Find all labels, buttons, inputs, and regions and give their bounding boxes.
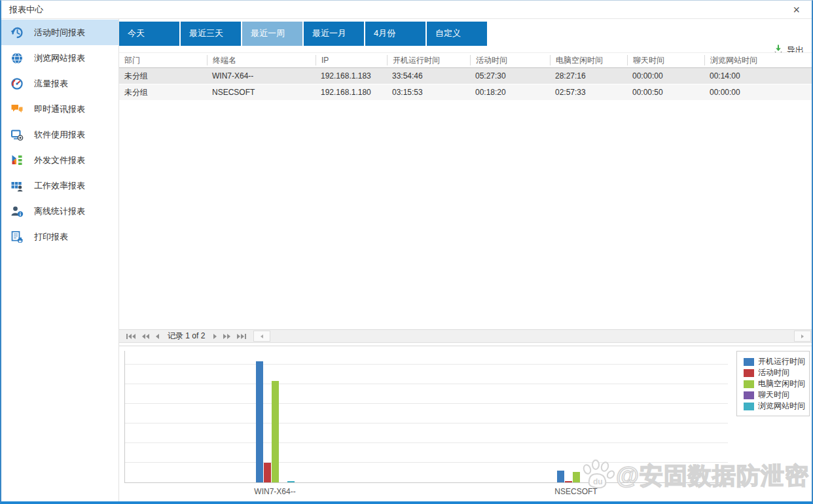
gridline <box>125 384 728 384</box>
tab-3[interactable]: 最近一周 <box>242 22 302 46</box>
software-usage-icon <box>10 128 24 141</box>
tab-2[interactable]: 最近三天 <box>181 22 241 46</box>
bar-group-NSECSOFT <box>557 351 596 482</box>
chart-legend: 开机运行时间活动时间电脑空闲时间聊天时间浏览网站时间 <box>736 351 810 416</box>
table-row[interactable]: 未分组NSECSOFT192.168.1.18003:15:5300:18:20… <box>119 84 812 101</box>
sidebar-item-label: 流量报表 <box>34 78 68 90</box>
table-cell: 192.168.1.183 <box>316 71 387 81</box>
legend-swatch <box>744 380 754 388</box>
gridline <box>125 364 728 365</box>
sidebar-item-5[interactable]: 软件使用报表 <box>1 122 118 147</box>
legend-label: 聊天时间 <box>758 389 789 401</box>
column-header[interactable]: 浏览网站时间 <box>704 55 812 65</box>
record-count-label: 记录 1 of 2 <box>162 331 210 342</box>
bar-开机运行时间 <box>557 471 564 482</box>
sidebar-item-label: 活动时间报表 <box>34 27 85 39</box>
sidebar-item-label: 打印报表 <box>34 231 68 243</box>
x-axis-label: NSECSOFT <box>524 487 628 496</box>
table-cell: 00:00:00 <box>627 71 704 81</box>
tab-4[interactable]: 最近一月 <box>304 22 364 46</box>
table-cell: NSECSOFT <box>207 88 316 97</box>
sidebar-item-label: 浏览网站报表 <box>34 52 85 64</box>
tab-5[interactable]: 4月份 <box>365 22 425 46</box>
sidebar-item-9[interactable]: 打印报表 <box>1 224 118 249</box>
tab-1[interactable]: 今天 <box>119 22 179 46</box>
sidebar-item-6[interactable]: 外发文件报表 <box>1 147 118 173</box>
table-cell: 00:18:20 <box>470 88 550 97</box>
table-cell: 00:00:00 <box>704 88 812 97</box>
table-row[interactable]: 未分组WIN7-X64--192.168.1.18333:54:4605:27:… <box>119 68 812 84</box>
sidebar-item-8[interactable]: 离线统计报表 <box>1 198 118 224</box>
gridline <box>125 423 728 423</box>
gridline <box>125 403 728 404</box>
bar-group-WIN7-X64-- <box>256 351 295 482</box>
sidebar-item-label: 外发文件报表 <box>34 154 85 166</box>
outgoing-file-icon <box>10 154 24 167</box>
date-range-tabs: 今天最近三天最近一周最近一月4月份自定义 <box>119 22 487 46</box>
bar-活动时间 <box>264 463 271 482</box>
legend-item: 聊天时间 <box>744 389 809 401</box>
table-cell: 未分组 <box>119 87 207 98</box>
table-cell: 未分组 <box>119 71 207 82</box>
column-header[interactable]: 开机运行时间 <box>387 55 470 65</box>
prev-page-button[interactable] <box>153 334 162 339</box>
tab-6[interactable]: 自定义 <box>427 22 487 46</box>
history-icon <box>10 26 24 39</box>
sidebar: 活动时间报表浏览网站报表流量报表即时通讯报表软件使用报表外发文件报表工作效率报表… <box>1 19 119 501</box>
legend-label: 电脑空闲时间 <box>758 378 805 389</box>
legend-item: 电脑空闲时间 <box>744 378 809 389</box>
next-page-button[interactable] <box>210 334 220 339</box>
bar-电脑空闲时间 <box>573 472 580 482</box>
column-header[interactable]: IP <box>316 55 387 65</box>
horizontal-scrollbar[interactable] <box>253 331 811 342</box>
legend-item: 浏览网站时间 <box>744 401 809 412</box>
table-header: 部门终端名IP开机运行时间活动时间电脑空闲时间聊天时间浏览网站时间 <box>119 52 812 68</box>
table-cell: 33:54:46 <box>387 71 470 81</box>
window-title: 报表中心 <box>9 4 43 16</box>
first-page-button[interactable] <box>123 334 139 339</box>
x-axis-label: WIN7-X64-- <box>223 487 327 496</box>
table-cell: 192.168.1.180 <box>316 88 387 97</box>
globe-icon <box>10 52 24 65</box>
bar-电脑空闲时间 <box>272 381 279 482</box>
sidebar-item-label: 即时通讯报表 <box>34 103 85 115</box>
legend-label: 活动时间 <box>758 367 789 378</box>
column-header[interactable]: 电脑空闲时间 <box>550 55 627 65</box>
sidebar-item-4[interactable]: 即时通讯报表 <box>1 96 118 122</box>
table-cell: 02:57:33 <box>550 88 627 97</box>
close-icon[interactable]: × <box>789 4 804 16</box>
sidebar-item-label: 离线统计报表 <box>34 206 85 217</box>
last-page-button[interactable] <box>234 334 249 339</box>
legend-swatch <box>744 403 754 410</box>
legend-label: 浏览网站时间 <box>758 401 805 412</box>
bar-chart-plot <box>124 351 728 483</box>
column-header[interactable]: 部门 <box>119 55 207 65</box>
window-content: 活动时间报表浏览网站报表流量报表即时通讯报表软件使用报表外发文件报表工作效率报表… <box>1 19 812 501</box>
scroll-right-icon[interactable] <box>794 331 811 342</box>
column-header[interactable]: 终端名 <box>207 55 316 65</box>
gridline <box>125 462 728 463</box>
gridline <box>125 442 728 443</box>
fast-prev-button[interactable] <box>139 334 153 339</box>
sidebar-item-1[interactable]: 活动时间报表 <box>1 20 118 45</box>
bar-活动时间 <box>565 481 572 482</box>
table-cell: 00:14:00 <box>704 71 812 81</box>
legend-swatch <box>744 369 754 377</box>
titlebar: 报表中心 × <box>1 1 812 19</box>
table-cell: 28:27:16 <box>550 71 627 81</box>
legend-label: 开机运行时间 <box>758 356 805 367</box>
gauge-icon <box>10 77 24 90</box>
legend-swatch <box>744 358 754 366</box>
chart-panel: WIN7-X64--NSECSOFT 开机运行时间活动时间电脑空闲时间聊天时间浏… <box>119 346 812 501</box>
efficiency-icon <box>10 179 24 192</box>
sidebar-item-2[interactable]: 浏览网站报表 <box>1 45 118 71</box>
report-table: 部门终端名IP开机运行时间活动时间电脑空闲时间聊天时间浏览网站时间 未分组WIN… <box>119 52 812 101</box>
scroll-left-icon[interactable] <box>253 331 270 342</box>
column-header[interactable]: 活动时间 <box>470 55 550 65</box>
sidebar-item-3[interactable]: 流量报表 <box>1 71 118 96</box>
print-icon <box>10 230 24 243</box>
chat-icon <box>10 103 24 116</box>
sidebar-item-7[interactable]: 工作效率报表 <box>1 173 118 198</box>
fast-next-button[interactable] <box>220 334 234 339</box>
column-header[interactable]: 聊天时间 <box>627 55 704 65</box>
